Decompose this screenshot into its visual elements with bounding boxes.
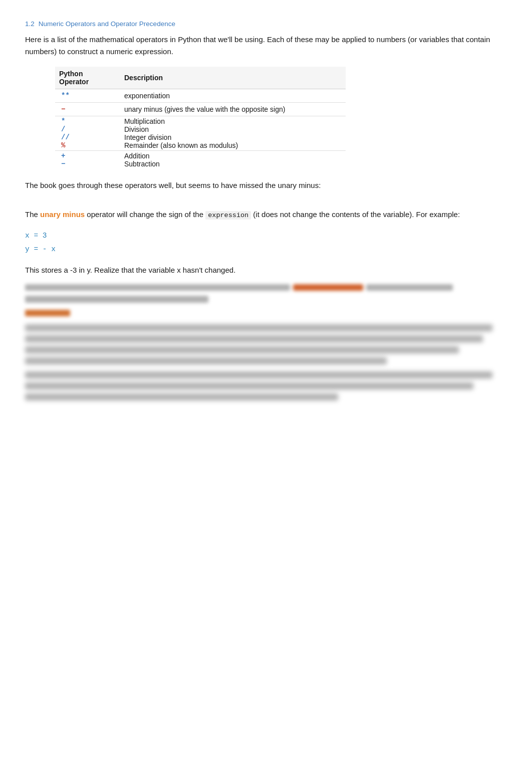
code-line-2: y = - x xyxy=(25,243,507,256)
table-row: *///% MultiplicationDivisionInteger divi… xyxy=(55,116,346,151)
table-row: +− AdditionSubtraction xyxy=(55,151,346,169)
operator-table: Python Operator Description ** exponenti… xyxy=(55,67,346,169)
description-cell: AdditionSubtraction xyxy=(120,151,346,169)
operator-cell: *///% xyxy=(55,116,120,151)
blurred-paragraph-1 xyxy=(25,324,507,364)
table-header-desc: Description xyxy=(120,67,346,89)
intro-paragraph: Here is a list of the mathematical opera… xyxy=(25,34,507,58)
operator-cell: ** xyxy=(55,89,120,103)
section-title: Numeric Operators and Operator Precedenc… xyxy=(39,20,175,28)
unary-minus-highlight: unary minus xyxy=(40,210,85,219)
expression-code: expression xyxy=(205,211,251,220)
description-cell: exponentiation xyxy=(120,89,346,103)
operator-cell: +− xyxy=(55,151,120,169)
paragraph2-after1: operator will change the sign of the xyxy=(85,210,205,219)
book-paragraph: The book goes through these operators we… xyxy=(25,179,507,192)
code-line-1: x = 3 xyxy=(25,229,507,242)
table-row: ** exponentiation xyxy=(55,89,346,103)
blurred-section xyxy=(25,284,507,401)
table-header-op: Python Operator xyxy=(55,67,120,89)
paragraph2-before: The xyxy=(25,210,40,219)
table-row: − unary minus (gives the value with the … xyxy=(55,103,346,116)
description-cell: unary minus (gives the value with the op… xyxy=(120,103,346,116)
section-header: 1.2 Numeric Operators and Operator Prece… xyxy=(25,20,507,28)
unary-minus-paragraph: The unary minus operator will change the… xyxy=(25,208,507,222)
code-block: x = 3 y = - x xyxy=(25,229,507,255)
section-number: 1.2 xyxy=(25,20,35,28)
blurred-paragraph-2 xyxy=(25,371,507,401)
description-cell: MultiplicationDivisionInteger divisionRe… xyxy=(120,116,346,151)
book-paragraph-text: The book goes through these operators we… xyxy=(25,181,321,189)
stores-paragraph: This stores a -3 in y. Realize that the … xyxy=(25,264,507,277)
operator-cell: − xyxy=(55,103,120,116)
paragraph2-after2: (it does not change the contents of the … xyxy=(251,210,460,219)
